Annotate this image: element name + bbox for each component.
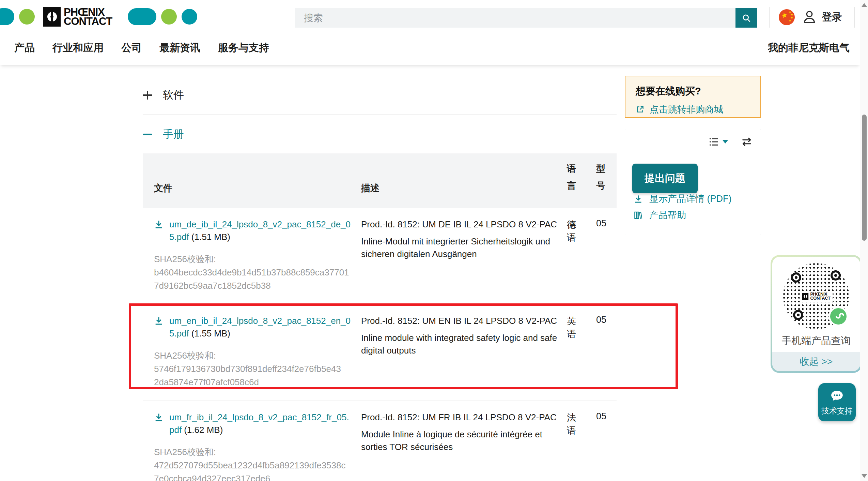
col-header-file: 文件 (154, 182, 361, 194)
download-icon (154, 412, 164, 422)
panel-toolbar (709, 136, 753, 148)
qr-caption: 手机端产品查询 (782, 334, 851, 348)
qr-collapse-button[interactable]: 收起 >> (772, 352, 860, 371)
login-button[interactable]: 登录 (801, 7, 842, 27)
download-icon (154, 220, 164, 229)
description-subtitle: Inline-Modul mit integrierter Sicherheit… (361, 235, 559, 260)
language-cell: 德语 (567, 218, 578, 244)
product-help-link[interactable]: 产品帮助 (634, 209, 686, 221)
nav-item-company[interactable]: 公司 (121, 41, 142, 55)
description-cell: Prod.-Id. 8152: UM DE IB IL 24 LPSDO 8 V… (361, 218, 559, 260)
file-name: um_fr_ib_il_24_lpsdo_8_v2_pac_8152_fr_05… (169, 411, 349, 436)
brand-logo[interactable]: PHŒNIX CONTACT (0, 6, 197, 27)
file-download-link[interactable]: um_fr_ib_il_24_lpsdo_8_v2_pac_8152_fr_05… (154, 411, 361, 436)
manuals-table: 文件 描述 语言 型号 um_de_ib_il_24_lpsdo_8_v2_pa… (143, 153, 617, 481)
buy-online-box: 想要在线购买? 点击跳转菲购商城 (625, 76, 761, 118)
collapse-minus-icon (143, 134, 152, 135)
product-actions-panel: 提出问题 显示产品详情 (PDF) 产品帮助 (625, 129, 761, 235)
sha256-checksum: SHA256校验和: 472d527079d55bea1232d4fb5a892… (154, 446, 361, 481)
language-selector-flag-icon[interactable]: ★ ★ ★ ★ ★ (779, 9, 795, 25)
description-subtitle: Inline module with integrated safety log… (361, 332, 559, 357)
miniprogram-badge-icon (828, 306, 848, 326)
search-bar (295, 8, 757, 28)
model-cell: 05 (596, 315, 611, 325)
phoenix-logo-mark-icon (43, 7, 61, 27)
file-download-link[interactable]: um_en_ib_il_24_lpsdo_8_v2_pac_8152_en_0 … (154, 315, 361, 340)
qr-center-logo: PHŒNIX CONTACT (800, 291, 833, 302)
table-row: um_de_ib_il_24_lpsdo_8_v2_pac_8152_de_0 … (143, 208, 617, 304)
scrollbar-down-arrow[interactable] (862, 474, 867, 478)
buy-online-title: 想要在线购买? (636, 85, 750, 98)
description-cell: Prod.-Id. 8152: UM FR IB IL 24 LPSDO 8 V… (361, 411, 559, 453)
nav-item-news[interactable]: 最新资讯 (159, 41, 200, 55)
scrollbar[interactable] (860, 0, 868, 481)
col-header-description: 描述 (361, 182, 559, 194)
description-subtitle: Module Inline à logique de sécurité inté… (361, 428, 559, 453)
search-input[interactable] (295, 8, 735, 28)
site-header: PHŒNIX CONTACT ★ ★ ★ ★ ★ (0, 0, 860, 65)
table-header-row: 文件 描述 语言 型号 (143, 153, 617, 208)
qr-code: PHŒNIX CONTACT (782, 262, 850, 330)
tech-support-button[interactable]: 技术支持 (818, 383, 856, 421)
qr-eye (831, 270, 841, 281)
user-icon (801, 9, 818, 25)
sha256-checksum: SHA256校验和: 5746f179136730bd730f891deff23… (154, 349, 361, 389)
header-divider (854, 7, 855, 28)
compare-button[interactable] (741, 136, 753, 148)
qr-eye (791, 272, 801, 283)
language-cell: 法语 (567, 411, 578, 437)
model-cell: 05 (596, 218, 611, 229)
search-button[interactable] (735, 8, 757, 28)
chat-bubble-icon (829, 388, 845, 404)
page: PHŒNIX CONTACT ★ ★ ★ ★ ★ (0, 0, 868, 481)
search-icon (742, 13, 751, 23)
accordion-software[interactable]: 软件 (143, 76, 617, 115)
description-title: Prod.-Id. 8152: UM EN IB IL 24 LPSDO 8 V… (361, 315, 559, 327)
table-row: um_fr_ib_il_24_lpsdo_8_v2_pac_8152_fr_05… (143, 401, 617, 481)
tech-support-label: 技术支持 (821, 406, 853, 416)
file-name: um_de_ib_il_24_lpsdo_8_v2_pac_8152_de_0 … (169, 218, 351, 243)
header-divider (769, 7, 770, 28)
books-icon (634, 211, 643, 220)
swap-arrows-icon (741, 136, 753, 148)
logo-shape-dot (182, 9, 197, 25)
flag-star: ★ (780, 11, 788, 19)
logo-wordmark: PHŒNIX CONTACT (64, 7, 112, 26)
file-cell: um_en_ib_il_24_lpsdo_8_v2_pac_8152_en_0 … (154, 315, 361, 389)
list-icon (709, 136, 719, 147)
nav-item-products[interactable]: 产品 (14, 41, 35, 55)
file-size: (1.62 MB) (184, 425, 223, 435)
external-link-icon (636, 105, 645, 114)
description-title: Prod.-Id. 8152: UM FR IB IL 24 LPSDO 8 V… (361, 411, 559, 424)
ask-question-button[interactable]: 提出问题 (632, 164, 698, 193)
file-download-link[interactable]: um_de_ib_il_24_lpsdo_8_v2_pac_8152_de_0 … (154, 218, 361, 243)
col-header-language: 语言 (567, 160, 578, 194)
table-row: um_en_ib_il_24_lpsdo_8_v2_pac_8152_en_0 … (143, 304, 617, 401)
file-size: (1.55 MB) (191, 328, 230, 339)
qr-eye (793, 310, 803, 320)
nav-item-industries[interactable]: 行业和应用 (52, 41, 104, 55)
qr-card: PHŒNIX CONTACT 手机端产品查询 收起 >> (772, 257, 860, 371)
phoenix-contact-logo: PHŒNIX CONTACT (43, 7, 112, 27)
mobile-product-qr-widget: PHŒNIX CONTACT 手机端产品查询 收起 >> (771, 255, 862, 373)
nav-item-service[interactable]: 服务与支持 (218, 41, 269, 55)
view-options-button[interactable] (709, 136, 728, 147)
scrollbar-up-arrow[interactable] (862, 3, 867, 7)
file-cell: um_de_ib_il_24_lpsdo_8_v2_pac_8152_de_0 … (154, 218, 361, 292)
software-section-label: 软件 (163, 88, 184, 102)
language-cell: 英语 (567, 315, 578, 341)
accordion-manuals[interactable]: 手册 (143, 125, 184, 143)
panel-divider (632, 156, 754, 156)
flag-star: ★ (789, 19, 791, 22)
col-header-model: 型号 (596, 160, 608, 194)
scrollbar-thumb[interactable] (862, 115, 867, 241)
sha256-checksum: SHA256校验和: b4604becdc33d4de9b14d51b37b88… (154, 253, 361, 292)
logo-shape-dot (161, 9, 177, 25)
shop-redirect-link[interactable]: 点击跳转菲购商城 (636, 103, 750, 116)
product-details-pdf-link[interactable]: 显示产品详情 (PDF) (634, 193, 731, 205)
chevron-down-icon (723, 140, 728, 144)
my-account-link[interactable]: 我的菲尼克斯电气 (768, 37, 850, 59)
file-cell: um_fr_ib_il_24_lpsdo_8_v2_pac_8152_fr_05… (154, 411, 361, 481)
manuals-section-label: 手册 (163, 127, 184, 141)
qr-logo-wordmark: PHŒNIX CONTACT (810, 292, 830, 300)
